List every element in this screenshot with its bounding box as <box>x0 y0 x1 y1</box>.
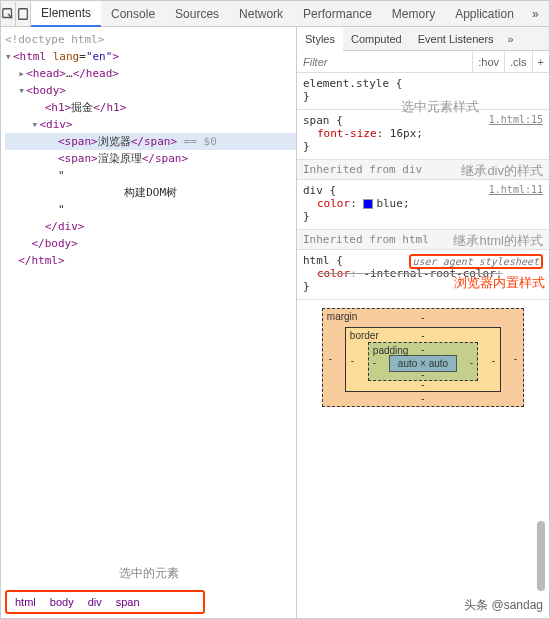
tab-console[interactable]: Console <box>101 1 165 27</box>
scrollbar-thumb[interactable] <box>537 521 545 591</box>
tabs-overflow[interactable]: » <box>524 7 547 21</box>
box-model: margin - - - - border - - - - <box>297 300 549 415</box>
color-swatch-icon[interactable] <box>363 199 373 209</box>
breadcrumb-item[interactable]: div <box>88 596 102 608</box>
styles-filter-row: :hov .cls + <box>297 51 549 73</box>
inherited-from-div: Inherited from div 继承div的样式 <box>297 160 549 180</box>
breadcrumb-item[interactable]: html <box>15 596 36 608</box>
breadcrumb: html body div span <box>5 590 205 614</box>
left-annotation: 选中的元素 <box>1 561 296 586</box>
new-rule-button[interactable]: + <box>532 51 549 73</box>
dom-tree[interactable]: <!doctype html> ▾<html lang="en"> ▸<head… <box>1 27 296 561</box>
tab-elements[interactable]: Elements <box>31 1 101 27</box>
annotation-inherit-html: 继承html的样式 <box>453 232 543 250</box>
panel-tabs: Elements Console Sources Network Perform… <box>31 1 524 27</box>
subtab-computed[interactable]: Computed <box>343 27 410 51</box>
kebab-menu-icon[interactable]: ⋮ <box>547 4 550 24</box>
rule-source-link[interactable]: 1.html:15 <box>489 114 543 125</box>
hov-toggle[interactable]: :hov <box>472 51 504 73</box>
annotation-ua-stylesheet: 浏览器内置样式 <box>454 274 545 292</box>
rule-source-link[interactable]: 1.html:11 <box>489 184 543 195</box>
subtab-event-listeners[interactable]: Event Listeners <box>410 27 502 51</box>
device-icon[interactable] <box>16 2 31 26</box>
tab-network[interactable]: Network <box>229 1 293 27</box>
cls-toggle[interactable]: .cls <box>504 51 532 73</box>
annotation-inherit-div: 继承div的样式 <box>461 162 543 180</box>
devtools-window: Elements Console Sources Network Perform… <box>0 0 550 619</box>
subtabs-overflow[interactable]: » <box>502 33 520 45</box>
watermark: 头条 @sandag <box>464 597 543 614</box>
breadcrumb-item[interactable]: span <box>116 596 140 608</box>
inspect-icon[interactable] <box>1 2 16 26</box>
rule-span[interactable]: 选中元素样式 span { 1.html:15 font-size: 16px;… <box>297 110 549 160</box>
toolbar: Elements Console Sources Network Perform… <box>1 1 549 27</box>
tab-application[interactable]: Application <box>445 1 524 27</box>
annotation-selected-style: 选中元素样式 <box>401 98 479 116</box>
style-rules: element.style { } 选中元素样式 span { 1.html:1… <box>297 73 549 618</box>
user-agent-stylesheet-badge: user agent stylesheet <box>409 254 543 269</box>
dom-tree-selected-row: <span>浏览器</span> == $0 <box>5 133 296 150</box>
tab-memory[interactable]: Memory <box>382 1 445 27</box>
dom-doctype: <!doctype html> <box>5 33 104 46</box>
tab-sources[interactable]: Sources <box>165 1 229 27</box>
styles-filter-input[interactable] <box>297 54 472 70</box>
tab-performance[interactable]: Performance <box>293 1 382 27</box>
rule-div[interactable]: div { 1.html:11 color: blue; } <box>297 180 549 230</box>
breadcrumb-item[interactable]: body <box>50 596 74 608</box>
svg-rect-1 <box>19 8 28 19</box>
styles-tabs: Styles Computed Event Listeners » <box>297 27 549 51</box>
inherited-from-html: Inherited from html 继承html的样式 <box>297 230 549 250</box>
subtab-styles[interactable]: Styles <box>297 27 343 51</box>
elements-panel: <!doctype html> ▾<html lang="en"> ▸<head… <box>1 27 297 618</box>
rule-html[interactable]: html { user agent stylesheet color: -int… <box>297 250 549 300</box>
styles-panel: Styles Computed Event Listeners » :hov .… <box>297 27 549 618</box>
